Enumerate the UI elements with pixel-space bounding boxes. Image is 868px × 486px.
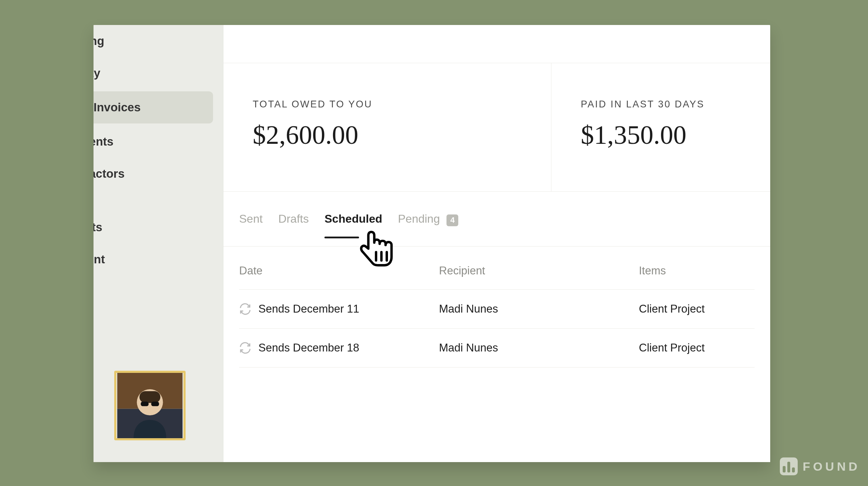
cell-items: Client Project: [639, 341, 755, 354]
sidebar-item-payments[interactable]: Payments: [94, 126, 223, 158]
recurring-icon: [239, 303, 251, 315]
tab-drafts[interactable]: Drafts: [278, 212, 309, 238]
cell-items: Client Project: [639, 303, 755, 315]
tab-pending[interactable]: Pending 4: [398, 212, 458, 239]
tabs: Sent Drafts Scheduled Pending 4: [223, 192, 770, 247]
svg-rect-7: [141, 402, 148, 406]
stat-paid: PAID IN LAST 30 DAYS $1,350.00: [551, 63, 770, 191]
stat-owed-value: $2,600.00: [253, 120, 519, 150]
sidebar-item-label: Invoices: [94, 101, 141, 114]
main-content: TOTAL OWED TO YOU $2,600.00 PAID IN LAST…: [223, 25, 770, 462]
tab-scheduled[interactable]: Scheduled: [324, 212, 382, 238]
stat-owed: TOTAL OWED TO YOU $2,600.00: [223, 63, 551, 191]
sidebar-item-label: Reports: [94, 221, 102, 234]
svg-rect-6: [140, 391, 161, 403]
svg-rect-8: [151, 402, 159, 406]
app-window: Banking Activity Invoices Payments Contr…: [94, 25, 770, 462]
cell-recipient: Madi Nunes: [439, 341, 639, 354]
brand-watermark: FOUND: [780, 457, 860, 475]
col-header-items: Items: [639, 264, 755, 277]
sidebar-item-label: Activity: [94, 66, 100, 80]
sidebar-item-banking[interactable]: Banking: [94, 25, 223, 57]
presenter-camera: [114, 371, 186, 440]
brand-text: FOUND: [803, 460, 860, 474]
tab-sent[interactable]: Sent: [239, 212, 263, 238]
table-row[interactable]: Sends December 18 Madi Nunes Client Proj…: [239, 329, 755, 368]
stat-owed-label: TOTAL OWED TO YOU: [253, 99, 519, 110]
summary-stats: TOTAL OWED TO YOU $2,600.00 PAID IN LAST…: [223, 63, 770, 192]
pending-count-badge: 4: [446, 214, 458, 226]
cell-date: Sends December 18: [258, 341, 359, 354]
sidebar-item-label: Account: [94, 253, 105, 266]
sidebar-item-activity[interactable]: Activity: [94, 57, 223, 89]
recurring-icon: [239, 342, 251, 354]
sidebar-item-label: Banking: [94, 34, 104, 47]
stat-paid-label: PAID IN LAST 30 DAYS: [581, 99, 738, 110]
tab-pending-label: Pending: [398, 212, 440, 225]
sidebar-item-contractors[interactable]: Contractors: [94, 158, 223, 190]
cell-date: Sends December 11: [258, 303, 359, 315]
sidebar-item-account[interactable]: Account: [94, 243, 223, 275]
sidebar-item-reports[interactable]: Reports: [94, 211, 223, 243]
stat-paid-value: $1,350.00: [581, 120, 738, 150]
table-row[interactable]: Sends December 11 Madi Nunes Client Proj…: [239, 290, 755, 329]
sidebar-item-label: Payments: [94, 135, 113, 148]
invoices-table: Date Recipient Items Sends December 11: [223, 247, 770, 368]
table-header: Date Recipient Items: [239, 247, 755, 290]
sidebar-item-label: Contractors: [94, 167, 125, 180]
col-header-recipient: Recipient: [439, 264, 639, 277]
cell-recipient: Madi Nunes: [439, 303, 639, 315]
top-bar: [223, 25, 770, 63]
found-logo-icon: [780, 457, 798, 475]
col-header-date: Date: [239, 264, 439, 277]
sidebar-item-invoices[interactable]: Invoices: [94, 91, 213, 123]
